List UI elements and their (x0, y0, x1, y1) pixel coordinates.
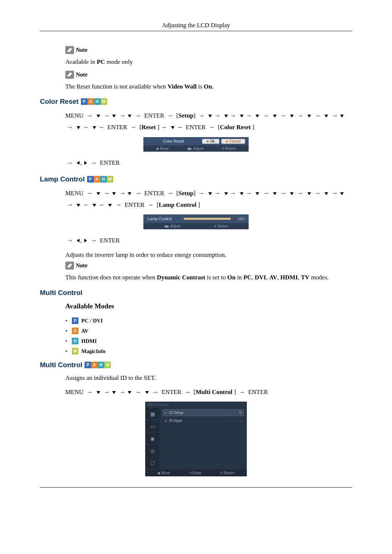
mode-pc: •PPC / DVI (65, 317, 352, 324)
note2-text: The Reset function is not available when… (65, 82, 352, 91)
osd-title: Color Reset (147, 139, 200, 143)
sidebar-clock-icon[interactable]: ◎ (145, 445, 160, 457)
badge-m-icon: M (72, 348, 78, 354)
color-reset-nav: MENU → → → → ENTER → [Setup] → → → → → →… (65, 110, 352, 134)
menu-id-setup[interactable]: ▸ ID Setup : 0 (163, 409, 244, 416)
osd-footer-adjust: ◀▶ Adjust (187, 147, 203, 151)
sidebar-picture-icon[interactable]: ▦ (145, 408, 160, 420)
badge-m-icon: M (107, 176, 113, 182)
lamp-control-heading: Lamp Control P A H M (40, 175, 352, 183)
badge-p-icon: P (72, 317, 78, 324)
badge-h-icon: H (100, 176, 107, 182)
note-icon (65, 262, 74, 270)
color-reset-nav2: → , → ENTER (65, 157, 352, 169)
badge-p-icon: P (85, 362, 91, 368)
sidebar-image-icon[interactable]: ▭ (145, 420, 160, 432)
note-icon (65, 71, 74, 79)
badge-p-icon: P (87, 176, 94, 182)
note-icon (65, 46, 74, 54)
osd-footer-enter: ⏎ Enter (189, 471, 201, 475)
osd-footer-move: ◆ Move (158, 471, 170, 475)
lamp-nav: MENU → → → → ENTER → [Setup] → → → → → →… (65, 188, 352, 211)
badge-a-icon: A (91, 362, 98, 368)
osd-ok-button[interactable]: Ok (202, 139, 219, 144)
note1-text: Available in PC mode only (65, 57, 352, 67)
note-label: Note (76, 261, 87, 270)
multi-control-heading-2: Multi Control P A H M (40, 361, 352, 369)
modes-list: •PPC / DVI •AAV •HHDMI •MMagicInfo (65, 317, 352, 354)
osd-footer-return: ↺ Return (213, 224, 228, 228)
lamp-note: Note This function does not operate when… (65, 261, 352, 282)
available-modes-heading: Available Modes (65, 301, 352, 312)
color-reset-heading: Color Reset P A H M (40, 98, 352, 106)
osd-footer-return: ↺ Return (221, 147, 236, 151)
page-header: Adjusting the LCD Display (40, 22, 352, 31)
intro-notes: Note Available in PC mode only Note The … (65, 46, 352, 91)
badge-a-icon: A (94, 176, 100, 182)
lamp-desc: Adjusts the inverter lamp in order to re… (65, 250, 352, 260)
mode-magicinfo: •MMagicInfo (65, 348, 352, 354)
osd-lamp-slider[interactable] (183, 217, 231, 220)
menu-id-input[interactable]: ▸ ID Input : - - (163, 417, 244, 424)
multi-control-heading: Multi Control (40, 289, 352, 297)
badge-m-icon: M (104, 362, 111, 368)
sidebar-multi-icon[interactable]: ☐ (145, 457, 160, 469)
osd-multi-sidebar: ▦ ▭ ◉ ◎ ☐ (145, 408, 160, 469)
note-label: Note (76, 70, 87, 79)
badge-h-icon: H (94, 98, 101, 105)
osd-color-reset: Color Reset Ok Cancel ◆ Move ◀▶ Adjust ↺… (143, 137, 249, 152)
osd-multi-titlebar: Multi Control (145, 402, 247, 408)
mode-hdmi: •HHDMI (65, 338, 352, 344)
osd-lamp-value: 100 (234, 217, 244, 221)
osd-footer-move: ◆ Move (156, 147, 169, 151)
bottom-rule (40, 487, 352, 488)
mode-av: •AAV (65, 328, 352, 334)
badge-a-icon: A (87, 98, 94, 105)
multi-nav: MENU → → → → → ENTER → [Multi Control ] … (65, 386, 352, 398)
lamp-nav2: → , → ENTER (65, 235, 352, 246)
osd-multi-control: Multi Control ▦ ▭ ◉ ◎ ☐ ▸ ID Setup : 0 ▸… (145, 402, 247, 476)
badge-m-icon: M (101, 98, 107, 105)
badge-a-icon: A (72, 328, 78, 334)
multi-desc: Assigns an individual ID to the SET. (65, 373, 352, 383)
sidebar-settings-icon[interactable]: ◉ (145, 432, 160, 445)
badge-h-icon: H (98, 362, 104, 368)
osd-footer-return: ↺ Return (220, 471, 235, 475)
osd-lamp-control: Lamp Control 100 ◀▶ Adjust ↺ Return (143, 214, 249, 229)
note-label: Note (76, 46, 87, 54)
badge-p-icon: P (81, 98, 87, 105)
osd-cancel-button[interactable]: Cancel (221, 139, 245, 144)
osd-lamp-label: Lamp Control (148, 217, 180, 221)
badge-h-icon: H (72, 338, 78, 344)
osd-footer-adjust: ◀▶ Adjust (164, 224, 180, 228)
